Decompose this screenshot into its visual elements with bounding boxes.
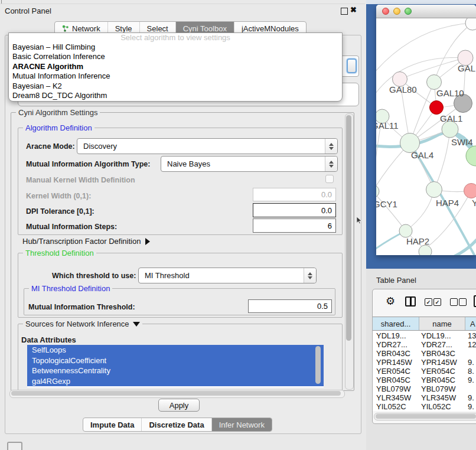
table-cell[interactable]: YBR043C	[376, 349, 410, 358]
network-window-titlebar[interactable]	[376, 5, 476, 18]
dropdown-item[interactable]: Basic Correlation Inference	[9, 52, 342, 61]
mi-type-value: Naive Bayes	[161, 159, 325, 168]
dropdown-item[interactable]: Mutual Information Inference	[9, 71, 342, 81]
list-item-selected[interactable]: SelfLoops	[27, 345, 324, 356]
zoom-traffic-icon[interactable]	[405, 8, 412, 15]
table-cell[interactable]: YBR045C	[421, 376, 455, 384]
table-cell[interactable]: YDL19...	[376, 331, 406, 340]
tab-infer-network[interactable]: Infer Network	[212, 418, 272, 431]
data-attributes-list[interactable]: SelfLoops TopologicalCoefficient Between…	[27, 345, 324, 387]
node-bottom	[419, 245, 432, 255]
document-icon-partial[interactable]	[474, 295, 476, 307]
dropdown-item-selected[interactable]: ARACNE Algorithm	[9, 62, 342, 71]
scrollbar-thumb[interactable]	[376, 414, 476, 419]
network-canvas[interactable]: GAL GAL80 GAL10 GAL1 GAL11 SWI4 GAL4 GCY…	[376, 18, 476, 255]
list-item-selected[interactable]: BetweennessCentrality	[27, 366, 324, 376]
aracne-mode-label: Aracne Mode:	[26, 142, 75, 151]
apply-button[interactable]: Apply	[158, 399, 200, 412]
deselect-all-checkbox-icon2[interactable]	[459, 298, 467, 306]
table-horizontal-scrollbar[interactable]	[374, 413, 476, 420]
table-cell[interactable]: YBL079W	[376, 384, 411, 393]
float-window-icon[interactable]	[341, 8, 348, 15]
desktop-top-strip	[366, 0, 476, 4]
gear-icon[interactable]: ⚙	[386, 296, 395, 306]
scrollbar-thumb[interactable]	[346, 115, 351, 341]
settings-group-title: Cyni Algorithm Settings	[16, 108, 100, 117]
split-columns-icon[interactable]	[405, 296, 416, 306]
table-header-row: shared... name A	[373, 317, 476, 331]
which-threshold-combobox[interactable]: MI Threshold	[138, 268, 317, 283]
table-cell[interactable]: YIL052C	[376, 402, 406, 411]
list-item-selected[interactable]: TopologicalCoefficient	[27, 356, 324, 366]
select-all-checkbox-icon[interactable]: ✓	[425, 298, 432, 306]
column-header-name[interactable]: name	[419, 317, 465, 330]
table-cell[interactable]: YBR045C	[376, 376, 410, 384]
sources-group-title[interactable]: Sources for Network Inference	[23, 319, 142, 328]
close-traffic-icon[interactable]	[382, 8, 389, 15]
table-cell[interactable]: YLR345W	[376, 393, 411, 402]
table-cell[interactable]: YBR043C	[421, 349, 455, 358]
table-cell[interactable]: YLR345W	[421, 393, 456, 402]
mi-steps-field[interactable]: 6	[253, 219, 336, 233]
dropdown-item[interactable]: Dream8 DC_TDC Algorithm	[9, 91, 342, 100]
network-graph: GAL GAL80 GAL10 GAL1 GAL11 SWI4 GAL4 GCY…	[376, 18, 476, 255]
table-cell[interactable]: 13	[468, 331, 476, 340]
which-threshold-label: Which threshold to use:	[52, 272, 136, 280]
node-gal1	[442, 121, 458, 138]
table-cell[interactable]: 8.	[468, 367, 474, 376]
spinner-arrows-icon	[325, 139, 337, 154]
table-cell[interactable]: YDR27...	[376, 340, 407, 349]
hub-definition-expander[interactable]: Hub/Transcription Factor Definition	[22, 237, 150, 246]
settings-horizontal-scrollbar[interactable]	[9, 390, 345, 398]
table-cell[interactable]: YDR27...	[421, 340, 452, 349]
node-label: HAP2	[406, 236, 429, 246]
dropdown-placeholder: Select algorithm to view settings	[9, 33, 342, 43]
column-header-shared-name[interactable]: shared...	[373, 317, 419, 330]
aracne-mode-value: Discovery	[77, 142, 325, 151]
tab-impute-data[interactable]: Impute Data	[83, 418, 142, 431]
table-cell[interactable]: YIL052C	[421, 402, 451, 411]
table-cell[interactable]: 9.	[468, 376, 474, 384]
dropdown-item[interactable]: Bayesian – Hill Climbing	[9, 43, 342, 52]
attributes-list-scrollbar[interactable]	[315, 346, 321, 386]
select-all-checkbox-icon2[interactable]: ✓	[433, 298, 441, 306]
dpi-tolerance-field[interactable]: 0.0	[253, 203, 336, 217]
combo-focused-button[interactable]	[347, 58, 357, 73]
node-label: GAL4	[411, 150, 433, 160]
aracne-mode-combobox[interactable]: Discovery	[77, 138, 338, 154]
mi-type-combobox[interactable]: Naive Bayes	[161, 156, 338, 172]
table-cell[interactable]: 9.	[468, 402, 474, 411]
collapsed-panel-button-partial[interactable]	[7, 442, 22, 450]
mi-steps-label: Mutual Information Steps:	[26, 223, 117, 231]
manual-kernel-checkbox[interactable]	[325, 175, 334, 183]
settings-vertical-scrollbar[interactable]	[345, 113, 354, 390]
table-cell[interactable]: YDL19...	[421, 331, 451, 340]
table-cell[interactable]: 9.	[468, 358, 474, 367]
node-salmon	[464, 184, 476, 198]
manual-kernel-label: Manual Kernel Width Definition	[26, 176, 135, 184]
list-item-selected[interactable]: gal4RGexp	[27, 376, 324, 387]
table-cell[interactable]: YBL079W	[421, 384, 456, 393]
table-cell[interactable]: 12	[468, 340, 476, 349]
table-cell[interactable]: 9.	[468, 393, 474, 402]
scrollbar-thumb[interactable]	[11, 391, 341, 396]
column-header-partial[interactable]: A	[465, 317, 476, 330]
table-toolbar: ⚙ ✓ ✓	[373, 289, 476, 317]
minimize-traffic-icon[interactable]	[393, 8, 400, 15]
mi-threshold-label: Mutual Information Threshold:	[28, 303, 135, 311]
table-panel-title: Table Panel	[376, 276, 416, 285]
table-cell[interactable]: YPR145W	[376, 358, 412, 367]
mi-threshold-field[interactable]: 0.5	[248, 299, 332, 313]
dropdown-item[interactable]: Bayesian – K2	[9, 81, 342, 91]
dpi-tolerance-label: DPI Tolerance [0,1]:	[26, 207, 94, 216]
network-window[interactable]: GAL GAL80 GAL10 GAL1 GAL11 SWI4 GAL4 GCY…	[376, 5, 476, 255]
close-icon[interactable]: ✖	[350, 5, 357, 14]
spinner-arrows-icon	[304, 268, 316, 283]
table-cell[interactable]: YER054C	[421, 367, 455, 376]
scrollbar-thumb[interactable]	[315, 346, 321, 384]
tab-discretize-data[interactable]: Discretize Data	[142, 418, 211, 431]
table-cell[interactable]: YPR145W	[421, 358, 457, 367]
deselect-all-checkbox-icon[interactable]	[450, 298, 458, 306]
table-cell[interactable]: YER054C	[376, 367, 410, 376]
threshold-definition-title: Threshold Definition	[23, 249, 96, 257]
